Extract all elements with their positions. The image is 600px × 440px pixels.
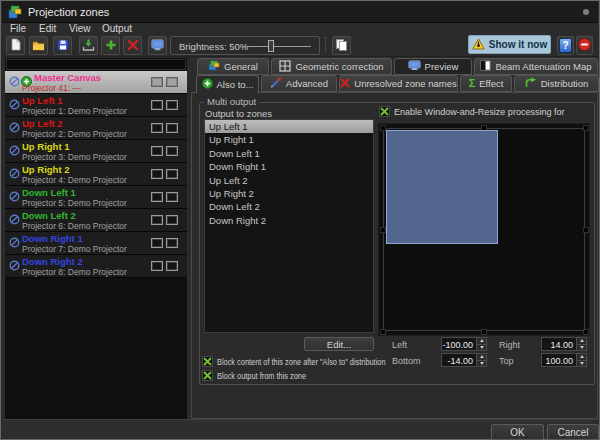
zone-list-item-master-canvas[interactable]: Master Canvas Projector 41: — [5,71,187,94]
spin-arrows [576,338,586,350]
block-output-checkbox[interactable] [202,370,213,381]
app-icon [8,5,22,19]
sigma-icon: Σ [469,78,476,89]
bottom-spinner[interactable]: -14.00 [441,353,487,367]
spin-down-button[interactable] [577,344,586,351]
copy-button[interactable] [332,36,351,55]
output-zone-item[interactable]: Down Left 1 [205,147,373,160]
output-zone-item[interactable]: Down Right 2 [205,214,373,227]
zone-list-item-down-left-2[interactable]: Down Left 2 Projector 6: Demo Projector [5,209,187,232]
spin-down-button[interactable] [477,344,486,351]
output-zone-item[interactable]: Up Right 1 [205,133,373,146]
blackout-button[interactable] [576,36,593,55]
menu-view[interactable]: View [69,23,91,35]
zone-list-item-down-right-2[interactable]: Down Right 2 Projector 8: Demo Projector [5,255,187,278]
zone-checkbox-a[interactable] [151,238,163,248]
brightness-slider-thumb[interactable] [268,40,274,52]
zone-preview-canvas[interactable] [378,123,590,336]
delete-zone-button[interactable] [123,36,142,55]
projector-button[interactable] [148,36,167,55]
enable-window-resize-label: Enable Window-and-Resize processing for [394,106,565,117]
edit-button[interactable]: Edit... [304,337,374,351]
top-spinner[interactable]: 100.00 [541,353,587,367]
zone-checkbox-a[interactable] [151,77,163,87]
zone-checkbox-b[interactable] [166,100,178,110]
window-button-dot[interactable] [583,9,589,15]
zone-checkbox-a[interactable] [151,100,163,110]
left-spinner[interactable]: -100.00 [441,337,487,351]
tab-geometric-correction[interactable]: Geometric correction [271,58,392,75]
show-it-now-button[interactable]: Show it now [468,35,551,54]
zone-disabled-icon [9,142,20,160]
output-zones-listbox[interactable]: Up Left 1 Up Right 1 Down Left 1 Down Ri… [204,119,374,333]
zone-checkbox-b[interactable] [166,192,178,202]
output-zone-item[interactable]: Down Left 2 [205,200,373,213]
ok-button[interactable]: OK [491,424,544,440]
zone-list-item-up-right-1[interactable]: Up Right 1 Projector 3: Demo Projector [5,140,187,163]
zone-checkbox-b[interactable] [166,169,178,179]
tab-distribution[interactable]: Distribution [514,75,599,92]
output-zone-item[interactable]: Down Right 1 [205,160,373,173]
resize-handle[interactable] [481,329,487,335]
zone-checkbox-b[interactable] [166,215,178,225]
open-button[interactable] [29,36,48,55]
zone-projector: Projector 6: Demo Projector [22,221,127,231]
resize-handle[interactable] [380,329,386,335]
zone-list-item-up-left-2[interactable]: Up Left 2 Projector 2: Demo Projector [5,117,187,140]
zone-checkbox-b[interactable] [166,123,178,133]
zone-checkbox-a[interactable] [151,192,163,202]
zone-disabled-icon [9,165,20,183]
zone-checkbox-b[interactable] [166,261,178,271]
brightness-slider-track[interactable] [243,46,311,47]
zone-checkbox-a[interactable] [151,146,163,156]
zone-disabled-icon [9,234,20,252]
spin-arrows [476,338,486,350]
projection-zones-window: Projection zones File Edit View Output [0,0,600,440]
zone-checkbox-b[interactable] [166,146,178,156]
help-button[interactable]: ? [557,36,574,55]
right-spinner[interactable]: 14.00 [541,337,587,351]
new-button[interactable] [6,36,25,55]
block-content-checkbox[interactable] [202,356,213,367]
add-zone-button[interactable] [101,36,120,55]
enable-window-resize-checkbox[interactable] [379,106,390,117]
menu-edit[interactable]: Edit [39,23,56,35]
spin-down-button[interactable] [577,360,586,367]
tab-unresolved-zone-names[interactable]: Unresolved zone names [339,75,458,92]
zone-checkbox-a[interactable] [151,261,163,271]
zone-checkbox-b[interactable] [166,238,178,248]
resize-handle[interactable] [583,125,589,131]
zone-list-item-down-right-1[interactable]: Down Right 1 Projector 7: Demo Projector [5,232,187,255]
zone-checkbox-a[interactable] [151,123,163,133]
resize-handle[interactable] [583,329,589,335]
tab-advanced[interactable]: Advanced [261,75,337,92]
cancel-button[interactable]: Cancel [547,424,599,440]
spin-arrows [476,354,486,366]
zone-list-item-up-right-2[interactable]: Up Right 2 Projector 4: Demo Projector [5,163,187,186]
tab-effect[interactable]: Σ Effect [460,75,512,92]
zone-window-rect[interactable] [386,130,498,244]
menu-file[interactable]: File [10,23,26,35]
output-zone-item[interactable]: Up Left 1 [205,120,373,133]
zone-checkbox-b[interactable] [166,77,178,87]
tab-general[interactable]: General [197,58,269,75]
save-button[interactable] [53,36,72,55]
import-button[interactable] [79,36,98,55]
zone-list-item-up-left-1[interactable]: Up Left 1 Projector 1: Demo Projector [5,94,187,117]
tab-also-to[interactable]: Also to... [196,75,259,93]
output-zone-item[interactable]: Up Left 2 [205,174,373,187]
zone-checkbox-a[interactable] [151,215,163,225]
tab-label: Distribution [541,78,589,89]
output-zone-item[interactable]: Up Right 2 [205,187,373,200]
zone-name: Master Canvas [34,72,101,83]
menubar: File Edit View Output [2,23,598,35]
spin-down-button[interactable] [477,360,486,367]
zone-list-item-down-left-1[interactable]: Down Left 1 Projector 5: Demo Projector [5,186,187,209]
bottom-label: Bottom [392,356,421,366]
menu-output[interactable]: Output [102,23,132,35]
resize-handle[interactable] [583,227,589,233]
tab-label: Effect [479,78,503,89]
tab-preview[interactable]: Preview [394,58,472,75]
tab-beam-attenuation-map[interactable]: Beam Attenuation Map [474,58,598,75]
zone-checkbox-a[interactable] [151,169,163,179]
